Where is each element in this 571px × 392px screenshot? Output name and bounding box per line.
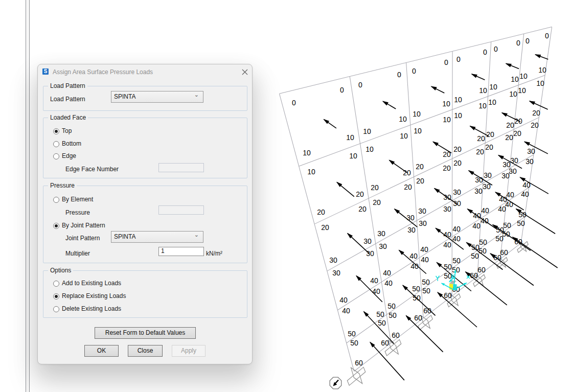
svg-text:20: 20	[505, 133, 513, 142]
svg-text:60: 60	[381, 339, 389, 347]
svg-text:40: 40	[443, 241, 451, 249]
svg-text:20: 20	[453, 145, 462, 153]
svg-text:40: 40	[383, 269, 391, 277]
svg-text:30: 30	[509, 167, 517, 175]
svg-text:40: 40	[420, 245, 428, 253]
svg-text:40: 40	[452, 225, 461, 233]
svg-text:20: 20	[506, 121, 514, 129]
svg-text:0: 0	[545, 32, 549, 40]
svg-text:20: 20	[453, 159, 462, 167]
svg-text:50: 50	[348, 330, 356, 338]
svg-text:10: 10	[509, 90, 517, 98]
svg-text:0: 0	[397, 71, 401, 79]
svg-text:20: 20	[403, 169, 411, 177]
svg-text:10: 10	[454, 111, 462, 120]
svg-text:40: 40	[339, 296, 348, 304]
svg-text:10: 10	[413, 110, 421, 118]
svg-text:40: 40	[409, 252, 418, 260]
svg-text:50: 50	[422, 278, 430, 286]
svg-text:30: 30	[443, 193, 451, 201]
svg-text:40: 40	[473, 212, 481, 220]
svg-text:10: 10	[511, 75, 519, 83]
svg-text:20: 20	[443, 164, 451, 172]
svg-text:40: 40	[481, 217, 489, 225]
svg-text:40: 40	[452, 235, 461, 243]
svg-text:0: 0	[340, 86, 344, 94]
svg-text:50: 50	[502, 230, 510, 238]
svg-text:40: 40	[505, 200, 513, 209]
svg-text:30: 30	[366, 249, 374, 258]
svg-text:0: 0	[358, 81, 362, 89]
svg-text:40: 40	[370, 276, 378, 285]
svg-text:50: 50	[389, 311, 397, 319]
svg-text:0: 0	[526, 37, 530, 45]
svg-text:20: 20	[477, 134, 485, 143]
svg-text:30: 30	[483, 182, 491, 191]
svg-text:60: 60	[477, 266, 486, 274]
svg-text:20: 20	[532, 109, 540, 117]
svg-text:10: 10	[536, 79, 544, 87]
svg-text:10: 10	[346, 133, 354, 142]
svg-text:10: 10	[414, 127, 422, 135]
svg-text:30: 30	[510, 156, 518, 165]
svg-text:50: 50	[517, 219, 525, 227]
svg-text:0: 0	[483, 48, 487, 56]
svg-text:30: 30	[418, 207, 426, 215]
svg-text:0: 0	[412, 67, 416, 75]
svg-text:10: 10	[303, 149, 311, 157]
svg-text:20: 20	[476, 148, 484, 156]
svg-text:50: 50	[387, 302, 396, 310]
svg-text:0: 0	[494, 45, 498, 53]
svg-text:30: 30	[379, 242, 387, 250]
svg-text:10: 10	[488, 98, 496, 106]
svg-text:20: 20	[404, 183, 412, 191]
svg-text:0: 0	[292, 99, 296, 107]
svg-text:10: 10	[363, 127, 371, 135]
svg-text:10: 10	[400, 132, 408, 140]
svg-text:50: 50	[518, 211, 527, 219]
svg-text:10: 10	[307, 168, 315, 176]
svg-text:40: 40	[384, 279, 393, 287]
svg-text:30: 30	[407, 226, 416, 234]
svg-text:20: 20	[443, 150, 451, 158]
svg-text:60: 60	[414, 314, 422, 322]
svg-text:50: 50	[376, 310, 384, 318]
svg-text:30: 30	[406, 214, 415, 222]
svg-text:10: 10	[538, 66, 546, 74]
svg-text:50: 50	[378, 319, 386, 327]
svg-text:20: 20	[321, 223, 329, 232]
svg-text:40: 40	[342, 307, 350, 315]
svg-text:60: 60	[392, 331, 400, 339]
svg-text:10: 10	[519, 72, 528, 80]
svg-text:20: 20	[485, 143, 493, 151]
svg-text:30: 30	[377, 229, 385, 238]
svg-text:50: 50	[444, 263, 452, 271]
svg-text:30: 30	[453, 188, 461, 196]
svg-text:40: 40	[472, 222, 481, 230]
svg-text:50: 50	[479, 238, 487, 246]
svg-text:0: 0	[456, 55, 461, 63]
svg-text:50: 50	[471, 252, 479, 260]
svg-text:10: 10	[479, 86, 487, 95]
svg-text:50: 50	[350, 339, 358, 347]
svg-text:20: 20	[531, 121, 539, 129]
svg-text:30: 30	[453, 199, 461, 207]
svg-text:30: 30	[527, 147, 535, 155]
svg-text:30: 30	[443, 205, 451, 213]
svg-text:60: 60	[514, 238, 522, 246]
svg-text:40: 40	[372, 287, 380, 295]
svg-text:40: 40	[443, 230, 451, 239]
svg-text:20: 20	[317, 208, 325, 216]
svg-text:40: 40	[481, 206, 489, 215]
svg-text:10: 10	[442, 100, 450, 108]
svg-text:20: 20	[486, 130, 494, 139]
svg-text:10: 10	[399, 115, 407, 123]
svg-text:20: 20	[416, 177, 424, 185]
svg-text:50: 50	[412, 285, 420, 293]
svg-text:40: 40	[506, 191, 514, 199]
svg-text:30: 30	[329, 256, 337, 264]
svg-text:60: 60	[500, 248, 508, 257]
svg-text:60: 60	[444, 291, 452, 299]
svg-text:50: 50	[422, 287, 430, 295]
svg-text:50: 50	[452, 257, 461, 265]
